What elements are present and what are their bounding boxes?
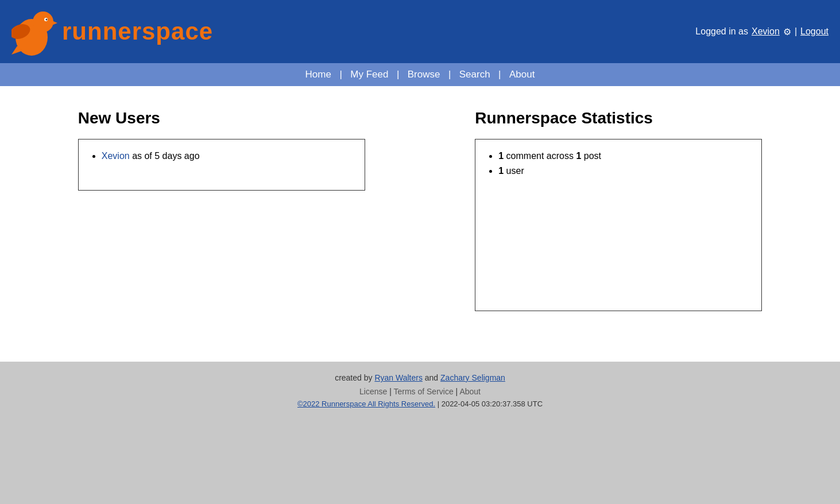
nav-sep-4: | [498,69,501,80]
site-header: runnerspace Logged in as Xevion ⚙ | Logo… [0,0,840,63]
license-link[interactable]: License [359,387,387,396]
new-users-list: Xevion as of 5 days ago [90,151,353,161]
new-users-section: New Users Xevion as of 5 days ago [78,109,365,311]
header-username-link[interactable]: Xevion [752,26,780,37]
list-item: 1 comment across 1 post [498,151,750,161]
main-content: New Users Xevion as of 5 days ago Runner… [0,86,840,362]
footer-copyright: ©2022 Runnerspace All Rights Reserved. |… [6,400,834,408]
nav-about[interactable]: About [505,69,539,80]
gear-icon-span: ⚙ [783,26,791,37]
svg-point-5 [46,19,48,21]
footer-about-link[interactable]: About [459,387,481,396]
footer-credits: created by Ryan Walters and Zachary Seli… [6,373,834,382]
and-label: and [425,373,438,382]
stat-num-1: 1 [498,151,504,161]
content-grid: New Users Xevion as of 5 days ago Runner… [34,109,806,311]
new-users-title: New Users [78,109,365,127]
list-item: 1 user [498,166,750,176]
nav-search[interactable]: Search [455,69,495,80]
stat-text-3: user [504,166,524,176]
stats-list: 1 comment across 1 post 1 user [487,151,750,176]
nav-sep-1: | [339,69,342,80]
nav-myfeed[interactable]: My Feed [346,69,393,80]
main-navbar: Home | My Feed | Browse | Search | About [0,63,840,86]
nav-sep-2: | [397,69,399,80]
stat-num-2: 1 [576,151,581,161]
header-user-info: Logged in as Xevion ⚙ | Logout [695,26,829,37]
svg-point-2 [33,11,53,32]
header-pipe: | [795,26,797,37]
list-item: Xevion as of 5 days ago [102,151,353,161]
nav-home[interactable]: Home [301,69,336,80]
logged-in-label: Logged in as [695,26,748,37]
nav-browse[interactable]: Browse [403,69,445,80]
stats-section: Runnerspace Statistics 1 comment across … [475,109,762,311]
nav-sep-3: | [448,69,451,80]
footer-timestamp: | 2022-04-05 03:20:37.358 UTC [438,400,543,408]
stats-box: 1 comment across 1 post 1 user [475,139,762,311]
new-users-box: Xevion as of 5 days ago [78,139,365,191]
svg-marker-3 [51,20,57,26]
logout-link[interactable]: Logout [800,26,829,37]
logo-area: runnerspace [11,6,213,57]
stat-num-3: 1 [498,166,504,176]
site-logo-text: runnerspace [62,18,213,45]
new-user-link[interactable]: Xevion [102,151,130,161]
new-user-time: as of 5 days ago [132,151,199,161]
stat-text-2: post [581,151,601,161]
copyright-link[interactable]: ©2022 Runnerspace All Rights Reserved. [297,400,435,408]
stats-title: Runnerspace Statistics [475,109,762,127]
terms-link[interactable]: Terms of Service [393,387,453,396]
author2-link[interactable]: Zachary Seligman [440,373,505,382]
footer-links: License | Terms of Service | About [6,387,834,396]
stat-text-1: comment across [504,151,576,161]
logo-bird-icon [11,6,57,57]
created-by-label: created by [335,373,372,382]
author1-link[interactable]: Ryan Walters [374,373,423,382]
site-footer: created by Ryan Walters and Zachary Seli… [0,362,840,425]
